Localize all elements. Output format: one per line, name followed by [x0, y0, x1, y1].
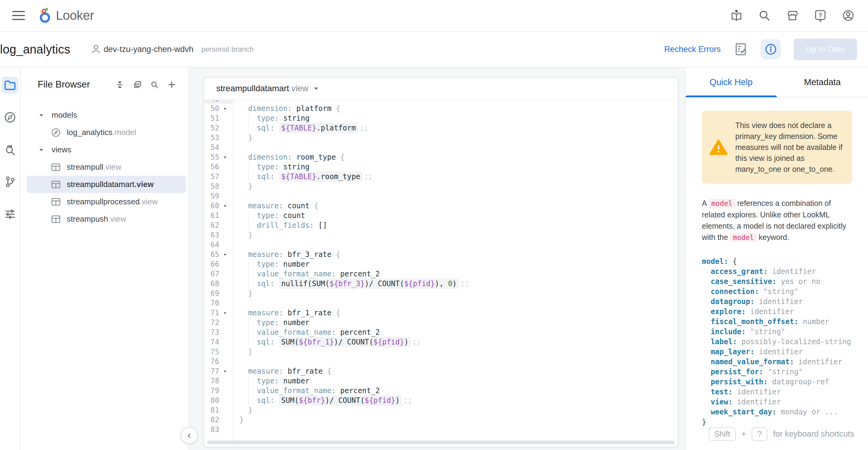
- rail-project-settings-button[interactable]: [2, 205, 19, 223]
- reference-param-datagroup: datagroup: identifier: [702, 297, 868, 307]
- code-line-80: 80 sql: SUM(${bfr})/ COUNT(${pfid});;: [204, 396, 678, 405]
- code-line-57: 57 sql: ${TABLE}.room_type;;: [204, 172, 678, 181]
- file-streampullprocessed.view[interactable]: streampullprocessed.view: [27, 193, 186, 210]
- reference-param-label: label: possibly-localized-string: [702, 337, 868, 347]
- tree-group-views[interactable]: views: [21, 141, 189, 159]
- fold-caret-icon[interactable]: ▾: [219, 250, 231, 259]
- top-app-bar: Looker ?: [0, 0, 868, 32]
- search-files-icon[interactable]: [150, 81, 158, 89]
- code-line-50: 50▾ dimension: platform {: [204, 104, 678, 113]
- rail-git-actions-button[interactable]: [2, 173, 19, 190]
- reference-param-test: test: identifier: [702, 387, 868, 397]
- select-files-icon[interactable]: [133, 81, 141, 89]
- file-name: log_analytics.model: [67, 128, 136, 137]
- file-streampull.view[interactable]: streampull.view: [27, 159, 186, 176]
- rail-find-replace-button[interactable]: [2, 141, 19, 158]
- code-line-64: 64: [204, 240, 678, 250]
- reference-param-include: include: "string": [702, 327, 868, 337]
- recheck-errors-button[interactable]: Recheck Errors: [664, 45, 721, 54]
- hint-joiner: +: [741, 429, 746, 439]
- code-line-54: 54: [204, 143, 678, 152]
- tune-settings-icon: [4, 208, 16, 220]
- code-line-61: 61 type: count: [204, 211, 678, 220]
- search-icon[interactable]: [757, 8, 771, 23]
- code-line-75: 75 }: [204, 347, 678, 357]
- project-bar: log_analytics dev-tzu-yang-chen-wdvh per…: [0, 32, 868, 67]
- reference-param-persist_with: persist_with: datagroup-ref: [702, 377, 868, 387]
- fold-caret-icon[interactable]: ▾: [219, 366, 231, 376]
- up-to-date-button[interactable]: Up to Date: [794, 38, 857, 60]
- find-replace-icon: [4, 143, 16, 156]
- code-line-63: 63 }: [204, 230, 678, 240]
- add-file-icon[interactable]: [168, 81, 176, 89]
- caret-down-icon: [38, 147, 46, 153]
- tab-quick-help[interactable]: Quick Help: [685, 67, 777, 97]
- code-line-51: 51 type: string: [204, 113, 678, 123]
- file-log_analytics.model[interactable]: log_analytics.model: [27, 124, 186, 141]
- tab-metadata[interactable]: Metadata: [777, 67, 868, 97]
- code-line-62: 62 drill_fields: []: [204, 220, 678, 230]
- lookml-validator-icon[interactable]: [734, 42, 748, 57]
- reference-param-fiscal_month_offset: fiscal_month_offset: number: [702, 317, 868, 327]
- code-line-76: 76: [204, 357, 678, 366]
- fold-caret-icon[interactable]: ▾: [219, 152, 231, 162]
- hamburger-menu-icon[interactable]: [12, 11, 25, 20]
- question-keycap: ?: [752, 427, 768, 441]
- code-line-66: 66 type: number: [204, 259, 678, 269]
- code-line-56: 56 type: string: [204, 162, 678, 172]
- tree-group-label: models: [52, 110, 77, 120]
- code-line-79: 79 value_format_name: percent_2: [204, 386, 678, 396]
- inline-code-chip: model: [730, 233, 756, 242]
- project-bar-actions: Recheck Errors Up to Date: [664, 38, 857, 60]
- code-line-53: 53 }: [204, 133, 678, 143]
- file-name: streampush.view: [67, 214, 126, 224]
- code-line-74: 74 sql: SUM(${bfr_1})/ COUNT(${pfid});;: [204, 337, 678, 347]
- branch-selector[interactable]: dev-tzu-yang-chen-wdvh personal branch: [91, 45, 254, 54]
- file-streampush.view[interactable]: streampush.view: [27, 210, 186, 228]
- editor-tab-name: streampulldatamart: [216, 84, 289, 93]
- horizontal-scrollbar[interactable]: [207, 441, 675, 444]
- warning-triangle-icon: [709, 139, 728, 156]
- compass-icon: [4, 111, 16, 123]
- tree-group-models[interactable]: models: [21, 106, 189, 124]
- editor-tab[interactable]: streampulldatamart.view: [204, 78, 678, 100]
- fold-caret-icon[interactable]: ▾: [219, 104, 231, 113]
- rail-object-browser-button[interactable]: [2, 109, 19, 126]
- marketplace-icon[interactable]: [785, 8, 799, 23]
- collapse-sidebar-button[interactable]: ‹: [181, 427, 198, 444]
- reference-body: model: { access_grant: identifier case_s…: [702, 257, 868, 427]
- file-name: streampull.view: [67, 162, 121, 172]
- help-tabs: Quick Help Metadata: [685, 67, 868, 97]
- help-icon[interactable]: ?: [813, 8, 827, 23]
- reference-close: }: [702, 417, 868, 427]
- editor-tab-ext: .view: [289, 84, 309, 93]
- code-line-83: 83: [204, 425, 678, 434]
- file-streampulldatamart.view[interactable]: streampulldatamart.view: [27, 176, 186, 193]
- code-line-71: 71▾ measure: bfr_1_rate {: [204, 308, 678, 318]
- reference-open: model: {: [702, 257, 868, 266]
- branch-name: dev-tzu-yang-chen-wdvh: [103, 45, 193, 54]
- code-editor[interactable]: 4950▾ dimension: platform {51 type: stri…: [204, 100, 678, 447]
- topbar-icon-group: ?: [730, 8, 855, 23]
- code-line-70: 70: [204, 298, 678, 308]
- left-rail: [0, 67, 21, 450]
- reference-param-explore: explore: identifier: [702, 307, 868, 317]
- fold-caret-icon[interactable]: ▾: [219, 308, 231, 318]
- file-browser-title: File Browser: [38, 79, 90, 90]
- code-line-60: 60▾ measure: count {: [204, 201, 678, 211]
- rail-file-browser-button[interactable]: [2, 77, 19, 94]
- code-line-78: 78 type: number: [204, 376, 678, 386]
- svg-text:?: ?: [818, 12, 822, 19]
- documentation-icon[interactable]: [730, 8, 743, 23]
- code-line-58: 58 }: [204, 181, 678, 191]
- collapse-all-icon[interactable]: [116, 81, 124, 89]
- file-name: streampulldatamart.view: [67, 180, 154, 189]
- code-line-59: 59: [204, 191, 678, 201]
- reference-param-connection: connection: "string": [702, 287, 868, 297]
- account-icon[interactable]: [841, 8, 855, 23]
- looker-logo: Looker: [38, 8, 94, 23]
- app-name: Looker: [56, 8, 94, 23]
- fold-caret-icon[interactable]: ▾: [219, 201, 231, 211]
- code-line-73: 73 value_format_name: percent_2: [204, 328, 678, 337]
- info-button[interactable]: [761, 39, 781, 59]
